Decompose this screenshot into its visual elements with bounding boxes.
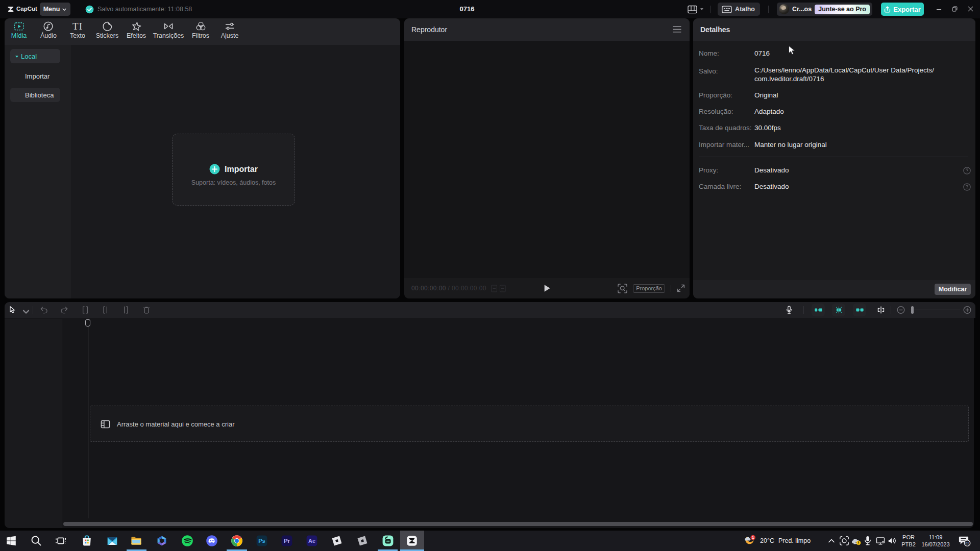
taskbar-item-premiere[interactable]: Pr xyxy=(281,535,293,547)
layout-caret-icon[interactable] xyxy=(700,7,704,11)
taskbar-item-designer[interactable] xyxy=(156,535,168,547)
details-panel: Detalhes Nome:0716 Salvo:C:/Users/lenno/… xyxy=(693,18,975,298)
weather-widget[interactable]: 1 20°C Pred. limpo xyxy=(743,531,811,551)
player-controls: 00:00:00:00 / 00:00:00:00 Proporção xyxy=(404,278,690,298)
taskbar-item-roblox-studio[interactable] xyxy=(356,535,369,547)
link-toggle-button[interactable] xyxy=(853,304,866,316)
split-button[interactable] xyxy=(81,302,90,318)
media-sidebar: Local Importar Biblioteca xyxy=(5,45,71,298)
start-button[interactable] xyxy=(5,535,17,547)
tray-network-icon[interactable] xyxy=(875,531,886,551)
preview-axis-button[interactable] xyxy=(876,302,885,318)
timeline-scrollbar[interactable] xyxy=(63,522,973,526)
import-title: Importar xyxy=(225,165,258,174)
trim-right-button[interactable] xyxy=(121,302,130,318)
taskbar-item-discord[interactable] xyxy=(206,535,218,547)
menu-button[interactable]: Menu xyxy=(40,3,70,16)
account-chip[interactable]: Cr...os Junte-se ao Pro xyxy=(777,3,872,16)
trim-left-button[interactable] xyxy=(102,302,110,318)
account-name: Cr...os xyxy=(792,6,812,13)
proxy-help-icon[interactable] xyxy=(963,167,971,174)
tab-audio[interactable]: Áudio xyxy=(40,18,57,45)
taskbar-item-spotify[interactable] xyxy=(181,535,193,547)
details-header: Detalhes xyxy=(693,18,975,41)
zoom-slider-track[interactable] xyxy=(910,310,960,310)
minimize-button[interactable] xyxy=(931,0,947,18)
tab-stickers[interactable]: Stickers xyxy=(96,18,118,45)
tray-onedrive-icon[interactable] xyxy=(850,531,862,551)
timeline-dropzone[interactable]: Arraste o material aqui e comece a criar xyxy=(90,406,969,442)
taskbar-item-photoshop[interactable]: Ps xyxy=(256,535,268,547)
delete-button[interactable] xyxy=(142,302,151,318)
fullscreen-icon[interactable] xyxy=(677,284,685,292)
record-voiceover-button[interactable] xyxy=(785,302,794,318)
restore-button[interactable] xyxy=(947,0,963,18)
player-menu-icon[interactable] xyxy=(673,26,681,33)
restore-icon xyxy=(952,6,958,12)
text-tab-icon: TI xyxy=(72,21,83,32)
tray-volume-icon[interactable] xyxy=(887,531,897,551)
clock-time: 11:09 xyxy=(919,534,952,541)
join-pro-badge[interactable]: Junte-se ao Pro xyxy=(815,5,870,14)
taskbar-item-capcut[interactable] xyxy=(406,535,418,547)
taskbar-item-mail[interactable] xyxy=(106,535,118,547)
layout-picker-icon[interactable] xyxy=(688,5,697,14)
taskbar-item-recorder[interactable] xyxy=(382,535,394,547)
camada-help-icon[interactable] xyxy=(963,183,971,191)
sidebar-item-local[interactable]: Local xyxy=(10,49,60,63)
detail-value: Manter no lugar original xyxy=(754,140,827,150)
modify-button[interactable]: Modificar xyxy=(935,284,971,295)
tab-label: Ajuste xyxy=(221,33,239,39)
zoom-in-button[interactable] xyxy=(963,302,972,318)
search-button[interactable] xyxy=(30,535,42,547)
zoom-out-button[interactable] xyxy=(897,302,905,318)
shortcut-button[interactable]: Atalho xyxy=(718,3,760,16)
tab-ajuste[interactable]: Ajuste xyxy=(221,18,239,45)
taskbar-item-roblox[interactable] xyxy=(331,535,343,547)
redo-button[interactable] xyxy=(60,302,69,318)
detail-value: 30.00fps xyxy=(754,123,781,133)
select-tool-caret[interactable] xyxy=(22,302,27,318)
undo-button[interactable] xyxy=(40,302,48,318)
sidebar-item-biblioteca[interactable]: Biblioteca xyxy=(10,88,60,102)
clock-widget[interactable]: 11:0916/07/2023 xyxy=(919,531,952,551)
tab-transicoes[interactable]: Transições xyxy=(153,18,184,45)
taskbar-item-aftereffects[interactable]: Ae xyxy=(306,535,318,547)
detail-row-camada: Camada livre:Desativado xyxy=(699,182,965,192)
snap-toggle-button[interactable] xyxy=(812,304,825,316)
tab-filtros[interactable]: Filtros xyxy=(192,18,209,45)
close-button[interactable] xyxy=(963,0,978,18)
playhead-handle[interactable] xyxy=(85,319,90,327)
preview-zoom-icon[interactable] xyxy=(618,284,627,293)
svg-text:Ps: Ps xyxy=(258,538,265,544)
tab-texto[interactable]: TITexto xyxy=(70,18,85,45)
select-tool-button[interactable] xyxy=(9,302,17,318)
taskbar-item-store[interactable] xyxy=(81,535,93,547)
tray-snip-icon[interactable] xyxy=(839,531,849,551)
tab-efeitos[interactable]: Efeitos xyxy=(127,18,146,45)
timeline-track-gutter xyxy=(5,319,62,528)
close-icon xyxy=(968,6,974,12)
tab-midia[interactable]: Mídia xyxy=(11,18,27,45)
tab-label: Stickers xyxy=(96,33,118,39)
playhead-line[interactable] xyxy=(88,326,88,518)
toolbar-separator2 xyxy=(803,306,804,314)
taskbar-item-chrome[interactable] xyxy=(231,535,243,547)
sidebar-item-importar[interactable]: Importar xyxy=(10,69,60,83)
notification-center-icon[interactable]: 23 xyxy=(958,534,971,547)
tray-expand-icon[interactable] xyxy=(827,531,836,551)
weather-icon: 1 xyxy=(743,534,756,547)
zoom-slider-handle[interactable] xyxy=(911,306,914,314)
tray-microphone-icon[interactable] xyxy=(864,531,871,551)
taskbar-item-explorer[interactable] xyxy=(130,535,142,547)
export-button[interactable]: Exportar xyxy=(881,3,924,16)
ratio-button[interactable]: Proporção xyxy=(633,284,665,293)
media-content: Importar Suporta: vídeos, áudios, fotos xyxy=(71,45,400,298)
titlebar: CapCut Menu Salvo automaticamente: 11:08… xyxy=(0,0,980,18)
play-button[interactable] xyxy=(544,284,550,292)
highlight-toggle-button[interactable] xyxy=(832,304,845,316)
detail-value: Desativado xyxy=(754,182,789,192)
language-indicator[interactable]: PORPTB2 xyxy=(899,531,918,551)
import-dropzone[interactable]: Importar Suporta: vídeos, áudios, fotos xyxy=(172,134,295,206)
task-view-button[interactable] xyxy=(55,535,67,547)
